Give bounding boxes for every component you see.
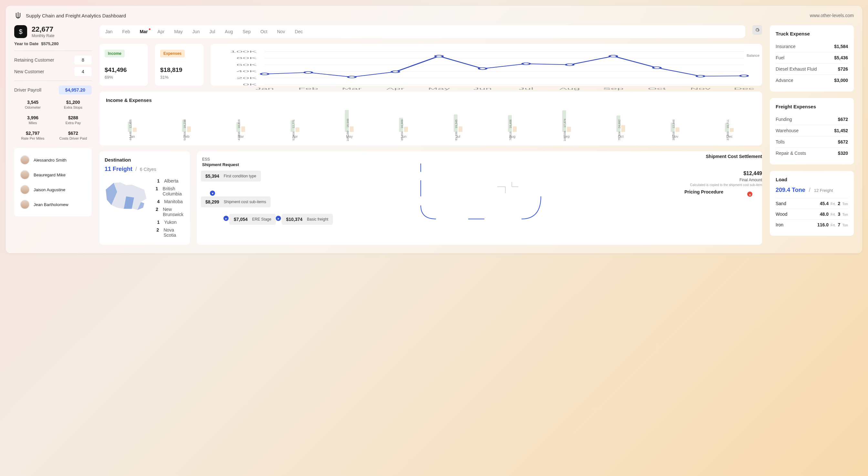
month-tab-sep[interactable]: Sep xyxy=(243,29,251,34)
expense-row: Funding$672 xyxy=(776,114,848,125)
month-tab-jan[interactable]: Jan xyxy=(105,29,113,34)
expense-card: Expenses $18,819 31% xyxy=(155,44,204,86)
month-tab-nov[interactable]: Nov xyxy=(277,29,285,34)
driver-payroll-value: $4,957.20 xyxy=(59,86,92,95)
svg-point-24 xyxy=(522,63,530,65)
site-url[interactable]: www.other-levels.com xyxy=(810,13,854,18)
expense-row: Fuel$5,436 xyxy=(776,52,848,63)
extra-pay-label: Extra Pay xyxy=(55,121,92,125)
expense-badge: Expenses xyxy=(160,50,185,58)
income-card: Income $41,496 69% xyxy=(99,44,148,86)
destination-row: 4Manitoba xyxy=(155,198,185,205)
map-icon xyxy=(104,177,150,216)
svg-text:Dec: Dec xyxy=(734,87,754,90)
month-tab-jul[interactable]: Jul xyxy=(209,29,215,34)
expense-row: Diesel Exhaust Fluid$726 xyxy=(776,63,848,74)
monthly-rate-label: Monthly Rate xyxy=(32,34,55,38)
expense-row: Warehouse$1,452 xyxy=(776,125,848,136)
expense-row: Tolls$672 xyxy=(776,136,848,147)
extra-stops-label: Extra Stops xyxy=(55,105,92,109)
svg-point-28 xyxy=(609,55,617,57)
income-percent: 69% xyxy=(104,75,143,80)
month-tab-dec[interactable]: Dec xyxy=(295,29,303,34)
line-chart-icon: 0K20K40K60K80K100KJanFebMarAprMayJunJulA… xyxy=(216,50,757,92)
extra-pay-value: $288 xyxy=(55,115,92,120)
svg-text:20K: 20K xyxy=(237,76,257,79)
month-tab-aug[interactable]: Aug xyxy=(225,29,233,34)
person-row[interactable]: Beauregard Mike xyxy=(19,167,87,182)
load-sub: 12 Freight xyxy=(814,188,833,193)
svg-text:0K: 0K xyxy=(243,83,257,86)
arrow-right-icon: ▸ xyxy=(276,216,281,221)
income-badge: Income xyxy=(104,50,125,58)
load-row: Iron116.0Frt.7Ton xyxy=(776,219,848,230)
svg-point-14 xyxy=(305,72,312,73)
month-tab-jun[interactable]: Jun xyxy=(192,29,200,34)
svg-point-26 xyxy=(566,64,574,66)
svg-point-20 xyxy=(435,55,443,57)
ie-col: 54,80418,238Feb xyxy=(160,109,213,138)
person-row[interactable]: Alessandro Smith xyxy=(19,152,87,167)
center-column: JanFebMarAprMayJunJulAugSepOctNovDec Inc… xyxy=(99,25,762,245)
destination-row: 2Nova Scotia xyxy=(155,226,185,239)
destination-row: 1British Columbia xyxy=(155,185,185,198)
month-tab-mar[interactable]: Mar xyxy=(140,29,148,34)
svg-text:80K: 80K xyxy=(237,57,257,60)
miles-label: Miles xyxy=(14,121,51,125)
svg-text:60K: 60K xyxy=(237,63,257,66)
month-tab-may[interactable]: May xyxy=(174,29,182,34)
destination-row: 1Yukon xyxy=(155,218,185,226)
svg-point-34 xyxy=(740,75,748,77)
ie-col: 65,18416,909Jun xyxy=(377,109,430,138)
balance-legend: Balance xyxy=(747,54,760,58)
load-headline: 209.4 Tone xyxy=(776,187,805,193)
destination-title: Destination xyxy=(104,157,185,163)
ie-col: 41,49618,819Mar xyxy=(214,109,267,138)
ie-col: 105,18018,949May xyxy=(323,109,376,138)
person-row[interactable]: Jaison Augustine xyxy=(19,182,87,197)
destination-row: 1Alberta xyxy=(155,177,185,185)
month-tab-feb[interactable]: Feb xyxy=(122,29,130,34)
month-tab-apr[interactable]: Apr xyxy=(158,29,165,34)
svg-point-18 xyxy=(392,71,399,73)
ere-stage-pill: $7,054 ERE Stage xyxy=(229,214,276,225)
final-amount: $12,449 Final Amount Calculated is copie… xyxy=(690,171,762,187)
load-row: Sand45.4Frt.2Ton xyxy=(776,198,848,209)
chevron-down-icon: ▾ xyxy=(210,191,215,196)
avatar xyxy=(20,170,30,180)
month-tab-oct[interactable]: Oct xyxy=(260,29,268,34)
svg-text:Mar: Mar xyxy=(342,87,362,90)
ie-col: 37,00910,711Dec xyxy=(703,109,755,138)
ytd-label: Year to Date xyxy=(14,41,38,46)
topbar: Supply Chain and Freight Analytics Dashb… xyxy=(14,11,854,19)
costs-driver-paid-label: Costs Driver Paid xyxy=(55,136,92,140)
basic-freight-pill: $10,374 Basic freight xyxy=(282,214,333,225)
svg-text:Apr: Apr xyxy=(386,87,405,90)
shipment-card: ESS Shipment Request Shipment Cost Settl… xyxy=(197,151,762,245)
person-name: Beauregard Mike xyxy=(34,173,66,177)
income-expenses-card: Income & Expenses 44,44812,455Jan54,8041… xyxy=(99,92,762,145)
settings-button[interactable] xyxy=(752,25,762,35)
expense-percent: 31% xyxy=(160,75,198,80)
ie-col: 44,44812,455Jan xyxy=(106,109,158,138)
odometer-label: Odometer xyxy=(14,105,51,109)
svg-point-12 xyxy=(261,73,269,75)
costs-driver-paid-value: $672 xyxy=(55,131,92,136)
load-row: Wood48.0Frt.3Ton xyxy=(776,209,848,219)
sub-items-pill: $8,299 Shipment cost sub-items xyxy=(201,196,271,207)
ie-col: 38,25612,946Nov xyxy=(649,109,702,138)
extra-stops-value: $1,200 xyxy=(55,100,92,105)
person-row[interactable]: Jean Bartholomew xyxy=(19,197,87,212)
destination-row: 2New Brunswick xyxy=(155,205,185,218)
chevron-up-icon: ▴ xyxy=(747,192,752,197)
ie-title: Income & Expenses xyxy=(106,97,755,103)
new-customer-value: 4 xyxy=(74,67,92,76)
avatar xyxy=(20,155,30,165)
svg-text:100K: 100K xyxy=(230,50,257,53)
svg-text:Nov: Nov xyxy=(690,87,711,90)
ie-col: 51,46412,771Apr xyxy=(269,109,321,138)
person-name: Jaison Augustine xyxy=(34,188,65,192)
ie-col: 103,59617,374Sep xyxy=(540,109,593,138)
arrow-right-icon: ▸ xyxy=(223,216,228,221)
avatar xyxy=(20,185,30,195)
